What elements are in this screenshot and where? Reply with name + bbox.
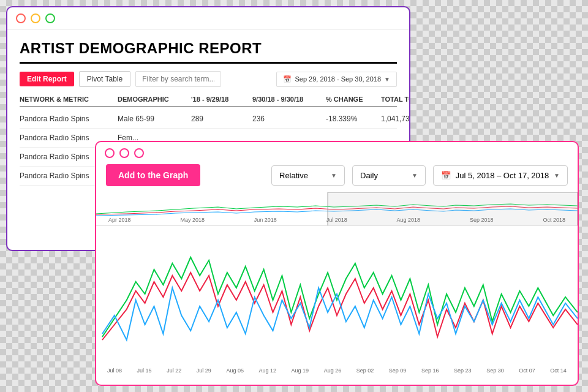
graph-window: Add to the Graph Relative ▼ Daily ▼ 📅 Ju…	[95, 141, 579, 386]
pivot-table-button[interactable]: Pivot Table	[79, 71, 130, 87]
add-to-graph-button[interactable]: Add to the Graph	[106, 164, 200, 186]
col-change: % CHANGE	[326, 96, 381, 103]
x-axis-labels: Jul 08 Jul 15 Jul 22 Jul 29 Aug 05 Aug 1…	[96, 368, 578, 374]
daily-select[interactable]: Daily ▼	[352, 165, 426, 186]
graph-toolbar: Add to the Graph Relative ▼ Daily ▼ 📅 Ju…	[96, 164, 578, 192]
col-18: '18 - 9/29/18	[191, 96, 252, 103]
main-chart-svg	[96, 227, 578, 361]
chevron-down-icon: ▼	[331, 172, 337, 179]
table-row: Pandora Radio Spins Male 65-99 289 236 -…	[20, 110, 397, 129]
report-title: ARTIST DEMOGRAPHIC REPORT	[20, 40, 397, 64]
calendar-icon: 📅	[283, 75, 292, 83]
daily-label: Daily	[360, 171, 378, 180]
edit-report-button[interactable]: Edit Report	[20, 72, 74, 86]
main-chart: Jul 08 Jul 15 Jul 22 Jul 29 Aug 05 Aug 1…	[96, 227, 578, 376]
graph-date-range: Jul 5, 2018 – Oct 17, 2018	[456, 171, 549, 180]
mini-chart: Apr 2018 May 2018 Jun 2018 Jul 2018 Aug …	[96, 192, 578, 226]
graph-titlebar	[96, 142, 578, 164]
col-930: 9/30/18 - 9/30/18	[252, 96, 326, 103]
date-range-select[interactable]: 📅 Jul 5, 2018 – Oct 17, 2018 ▼	[433, 165, 568, 186]
dot-red[interactable]	[105, 148, 115, 158]
relative-label: Relative	[279, 171, 308, 180]
date-range-value: Sep 29, 2018 - Sep 30, 2018	[295, 75, 381, 83]
chevron-down-icon: ▼	[412, 172, 418, 179]
chevron-down-icon: ▼	[384, 76, 390, 83]
dot-green[interactable]	[45, 13, 55, 23]
mini-x-labels: Apr 2018 May 2018 Jun 2018 Jul 2018 Aug …	[96, 217, 578, 223]
col-network: NETWORK & METRIC	[20, 96, 118, 103]
graph-area: Apr 2018 May 2018 Jun 2018 Jul 2018 Aug …	[96, 192, 578, 376]
relative-select[interactable]: Relative ▼	[271, 165, 345, 186]
table-header: NETWORK & METRIC DEMOGRAPHIC '18 - 9/29/…	[20, 96, 397, 107]
calendar-icon: 📅	[441, 171, 451, 180]
col-demographic: DEMOGRAPHIC	[118, 96, 191, 103]
report-titlebar	[7, 7, 409, 30]
search-filter-input[interactable]	[135, 71, 221, 87]
dot-yellow[interactable]	[31, 13, 40, 23]
col-total: TOTAL TO DATE	[381, 96, 410, 103]
dot-yellow[interactable]	[119, 148, 129, 158]
dot-red[interactable]	[16, 13, 26, 23]
chevron-down-icon: ▼	[554, 172, 560, 179]
date-range-picker[interactable]: 📅 Sep 29, 2018 - Sep 30, 2018 ▼	[276, 72, 397, 87]
dot-green[interactable]	[134, 148, 144, 158]
report-toolbar: Edit Report Pivot Table 📅 Sep 29, 2018 -…	[20, 71, 397, 87]
